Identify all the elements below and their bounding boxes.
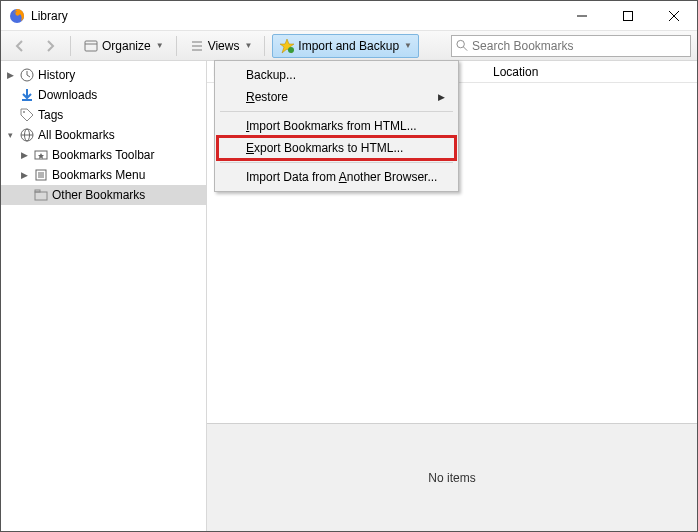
firefox-icon — [9, 8, 25, 24]
sidebar-item-label: Bookmarks Menu — [52, 168, 145, 182]
svg-line-13 — [463, 47, 467, 51]
separator — [264, 36, 265, 56]
svg-point-12 — [457, 40, 464, 47]
chevron-right-icon[interactable]: ▶ — [19, 170, 30, 180]
search-icon — [456, 39, 468, 52]
download-icon — [19, 87, 35, 103]
separator — [70, 36, 71, 56]
bookmarks-menu-icon — [33, 167, 49, 183]
views-button[interactable]: Views▼ — [184, 35, 258, 57]
window-title: Library — [31, 9, 559, 23]
sidebar-item-label: All Bookmarks — [38, 128, 115, 142]
window-controls — [559, 1, 697, 30]
svg-rect-5 — [85, 41, 97, 51]
organize-icon — [83, 38, 99, 54]
menu-item-restore[interactable]: Restore▶ — [218, 86, 455, 108]
chevron-right-icon[interactable]: ▶ — [19, 150, 30, 160]
forward-button[interactable] — [37, 35, 63, 57]
tag-icon — [19, 107, 35, 123]
sidebar-item-bookmarks-menu[interactable]: ▶ Bookmarks Menu — [1, 165, 206, 185]
menu-item-import-browser[interactable]: Import Data from Another Browser... — [218, 166, 455, 188]
import-backup-button[interactable]: Import and Backup▼ — [272, 34, 419, 58]
sidebar-item-all-bookmarks[interactable]: ▾ All Bookmarks — [1, 125, 206, 145]
star-icon — [279, 38, 295, 54]
views-label: Views — [208, 39, 240, 53]
search-wrap — [451, 35, 691, 57]
menu-item-import-html[interactable]: Import Bookmarks from HTML... — [218, 115, 455, 137]
sidebar-item-history[interactable]: ▶ History — [1, 65, 206, 85]
folder-icon — [33, 187, 49, 203]
organize-button[interactable]: Organize▼ — [78, 35, 169, 57]
close-button[interactable] — [651, 1, 697, 30]
minimize-button[interactable] — [559, 1, 605, 30]
menu-item-export-html[interactable]: Export Bookmarks to HTML... — [218, 137, 455, 159]
sidebar-item-tags[interactable]: Tags — [1, 105, 206, 125]
sidebar-item-label: Tags — [38, 108, 63, 122]
sidebar-item-label: Downloads — [38, 88, 97, 102]
svg-rect-27 — [35, 190, 40, 192]
sidebar-item-bookmarks-toolbar[interactable]: ▶ Bookmarks Toolbar — [1, 145, 206, 165]
import-backup-label: Import and Backup — [298, 39, 399, 53]
sidebar-item-label: History — [38, 68, 75, 82]
toolbar: Organize▼ Views▼ Import and Backup▼ — [1, 31, 697, 61]
sidebar-item-label: Other Bookmarks — [52, 188, 145, 202]
menu-separator — [220, 111, 453, 112]
search-box[interactable] — [451, 35, 691, 57]
chevron-down-icon[interactable]: ▾ — [5, 130, 16, 140]
sidebar-item-label: Bookmarks Toolbar — [52, 148, 155, 162]
views-icon — [189, 38, 205, 54]
menu-item-backup[interactable]: Backup... — [218, 64, 455, 86]
globe-icon — [19, 127, 35, 143]
sidebar-item-other-bookmarks[interactable]: Other Bookmarks — [1, 185, 206, 205]
svg-point-11 — [288, 47, 294, 53]
svg-rect-2 — [624, 11, 633, 20]
chevron-right-icon[interactable]: ▶ — [5, 70, 16, 80]
empty-label: No items — [428, 471, 475, 485]
column-location[interactable]: Location — [487, 65, 538, 79]
titlebar: Library — [1, 1, 697, 31]
svg-rect-26 — [35, 192, 47, 200]
chevron-right-icon: ▶ — [438, 92, 445, 102]
svg-marker-21 — [38, 153, 44, 159]
separator — [176, 36, 177, 56]
sidebar: ▶ History Downloads Tags ▾ All Bookmarks… — [1, 61, 207, 531]
organize-label: Organize — [102, 39, 151, 53]
details-pane: No items — [207, 423, 697, 531]
svg-point-16 — [23, 111, 25, 113]
history-icon — [19, 67, 35, 83]
import-backup-menu: Backup... Restore▶ Import Bookmarks from… — [214, 60, 459, 192]
maximize-button[interactable] — [605, 1, 651, 30]
bookmarks-toolbar-icon — [33, 147, 49, 163]
search-input[interactable] — [472, 39, 686, 53]
menu-separator — [220, 162, 453, 163]
back-button[interactable] — [7, 35, 33, 57]
sidebar-item-downloads[interactable]: Downloads — [1, 85, 206, 105]
